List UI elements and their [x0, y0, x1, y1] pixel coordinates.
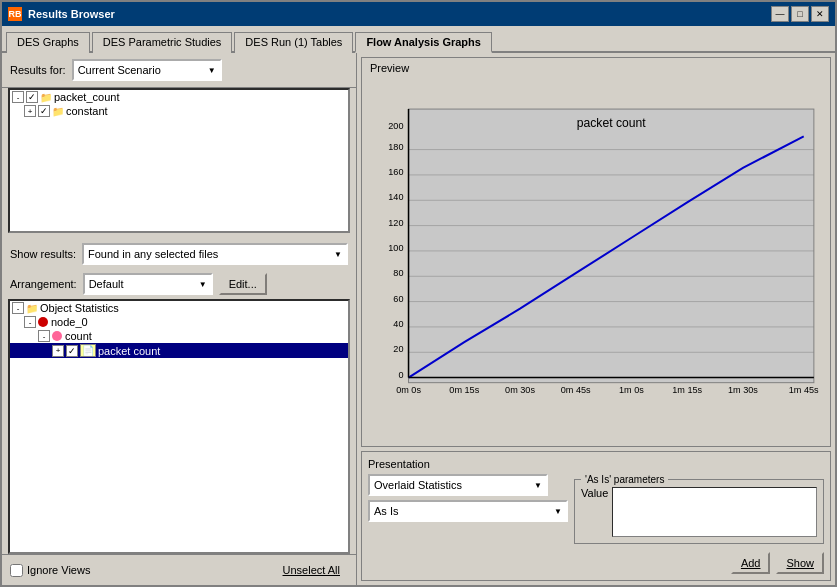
svg-text:0m 45s: 0m 45s — [561, 385, 591, 395]
as-is-params-legend: 'As Is' parameters — [581, 474, 668, 485]
tab-des-graphs[interactable]: DES Graphs — [6, 32, 90, 53]
tab-bar: DES Graphs DES Parametric Studies DES Ru… — [2, 26, 835, 53]
svg-text:40: 40 — [393, 319, 403, 329]
bottom-tree-panel[interactable]: - 📁 Object Statistics - node_0 - count — [8, 299, 350, 554]
titlebar-controls: — □ ✕ — [771, 6, 829, 22]
arrangement-dropdown[interactable]: Default ▼ — [83, 273, 213, 295]
pres-buttons-row: Add Show — [368, 548, 824, 574]
maximize-button[interactable]: □ — [791, 6, 809, 22]
minimize-button[interactable]: — — [771, 6, 789, 22]
show-results-dropdown[interactable]: Found in any selected files ▼ — [82, 243, 348, 265]
tree-label-packet-count: packet_count — [54, 91, 119, 103]
show-results-row: Show results: Found in any selected file… — [2, 239, 356, 269]
chart-area: packet count 0 20 40 60 80 100 120 140 1… — [362, 58, 830, 446]
tree-label-packet-count-selected: packet count — [98, 345, 160, 357]
edit-button[interactable]: Edit... — [219, 273, 267, 295]
folder-icon-constant: 📁 — [52, 106, 64, 117]
show-results-dropdown-arrow-icon: ▼ — [334, 250, 342, 259]
main-window: RB Results Browser — □ ✕ DES Graphs DES … — [0, 0, 837, 587]
tree-item-constant[interactable]: + 📁 constant — [10, 104, 348, 118]
expand-icon-constant[interactable]: + — [24, 105, 36, 117]
window-title: Results Browser — [28, 8, 771, 20]
svg-text:100: 100 — [388, 243, 403, 253]
titlebar: RB Results Browser — □ ✕ — [2, 2, 835, 26]
tree-item-packet-count[interactable]: - 📁 packet_count — [10, 90, 348, 104]
as-is-value: As Is — [374, 505, 398, 517]
overlay-arrow-icon: ▼ — [534, 481, 542, 490]
chart-svg: packet count 0 20 40 60 80 100 120 140 1… — [368, 72, 824, 440]
add-button[interactable]: Add — [731, 552, 771, 574]
checkbox-pkt-count[interactable] — [66, 345, 78, 357]
chart-title: packet count — [577, 116, 647, 130]
expand-node0-icon[interactable]: - — [24, 316, 36, 328]
results-for-dropdown[interactable]: Current Scenario ▼ — [72, 59, 222, 81]
tab-des-parametric[interactable]: DES Parametric Studies — [92, 32, 233, 53]
tab-des-run-tables[interactable]: DES Run (1) Tables — [234, 32, 353, 53]
as-is-dropdown[interactable]: As Is ▼ — [368, 500, 568, 522]
svg-text:140: 140 — [388, 192, 403, 202]
tree-item-node0[interactable]: - node_0 — [10, 315, 348, 329]
expand-icon[interactable]: - — [12, 91, 24, 103]
arrangement-label: Arrangement: — [10, 278, 77, 290]
svg-text:0: 0 — [398, 370, 403, 380]
unselect-all-button[interactable]: Unselect All — [275, 559, 348, 581]
svg-text:80: 80 — [393, 268, 403, 278]
show-results-value: Found in any selected files — [88, 248, 218, 260]
svg-text:1m 30s: 1m 30s — [728, 385, 758, 395]
window-icon: RB — [8, 7, 22, 21]
checkbox-constant[interactable] — [38, 105, 50, 117]
tree-item-count[interactable]: - count — [10, 329, 348, 343]
tree-item-packet-count-selected[interactable]: + 📄 packet count — [10, 343, 348, 358]
tree-label-constant: constant — [66, 105, 108, 117]
ignore-views-label: Ignore Views — [27, 564, 90, 576]
as-is-arrow-icon: ▼ — [554, 507, 562, 516]
svg-text:0m 0s: 0m 0s — [396, 385, 421, 395]
svg-text:180: 180 — [388, 142, 403, 152]
svg-text:120: 120 — [388, 218, 403, 228]
results-for-row: Results for: Current Scenario ▼ — [2, 53, 356, 88]
arrangement-value: Default — [89, 278, 124, 290]
checkbox-packet-count[interactable] — [26, 91, 38, 103]
top-tree-panel[interactable]: - 📁 packet_count + 📁 constant — [8, 88, 350, 233]
value-row: Value — [581, 487, 817, 537]
svg-text:200: 200 — [388, 121, 403, 131]
results-for-value: Current Scenario — [78, 64, 161, 76]
tree-label-object-stats: Object Statistics — [40, 302, 119, 314]
expand-count-icon[interactable]: - — [38, 330, 50, 342]
preview-box: Preview packet count 0 20 40 60 80 — [361, 57, 831, 447]
svg-text:1m 15s: 1m 15s — [672, 385, 702, 395]
svg-text:20: 20 — [393, 344, 403, 354]
tree-item-object-stats[interactable]: - 📁 Object Statistics — [10, 301, 348, 315]
folder-icon-obj-stats: 📁 — [26, 303, 38, 314]
svg-text:60: 60 — [393, 294, 403, 304]
bottom-controls-row: Ignore Views Unselect All — [2, 554, 356, 585]
pres-dropdowns: Overlaid Statistics ▼ As Is ▼ — [368, 474, 568, 544]
file-icon-pkt-count: 📄 — [80, 344, 96, 357]
show-button[interactable]: Show — [776, 552, 824, 574]
folder-icon: 📁 — [40, 92, 52, 103]
svg-text:0m 30s: 0m 30s — [505, 385, 535, 395]
results-for-label: Results for: — [10, 64, 66, 76]
value-col-label: Value — [581, 487, 608, 499]
pink-dot-count — [52, 331, 62, 341]
svg-text:1m 45s: 1m 45s — [789, 385, 819, 395]
overlay-value: Overlaid Statistics — [374, 479, 462, 491]
svg-text:0m 15s: 0m 15s — [449, 385, 479, 395]
svg-text:160: 160 — [388, 167, 403, 177]
close-button[interactable]: ✕ — [811, 6, 829, 22]
presentation-label: Presentation — [368, 458, 824, 470]
expand-pkt-count-icon[interactable]: + — [52, 345, 64, 357]
svg-rect-0 — [409, 109, 814, 383]
show-results-label: Show results: — [10, 248, 76, 260]
as-is-params-group: 'As Is' parameters Value — [574, 474, 824, 544]
arrangement-dropdown-arrow-icon: ▼ — [199, 280, 207, 289]
red-dot-node0 — [38, 317, 48, 327]
left-panel: Results for: Current Scenario ▼ - 📁 pack… — [2, 53, 357, 585]
overlay-dropdown[interactable]: Overlaid Statistics ▼ — [368, 474, 548, 496]
ignore-views-checkbox[interactable] — [10, 564, 23, 577]
tab-flow-analysis[interactable]: Flow Analysis Graphs — [355, 32, 492, 53]
dropdown-arrow-icon: ▼ — [208, 66, 216, 75]
expand-obj-stats-icon[interactable]: - — [12, 302, 24, 314]
tree-label-count: count — [65, 330, 92, 342]
svg-text:1m 0s: 1m 0s — [619, 385, 644, 395]
